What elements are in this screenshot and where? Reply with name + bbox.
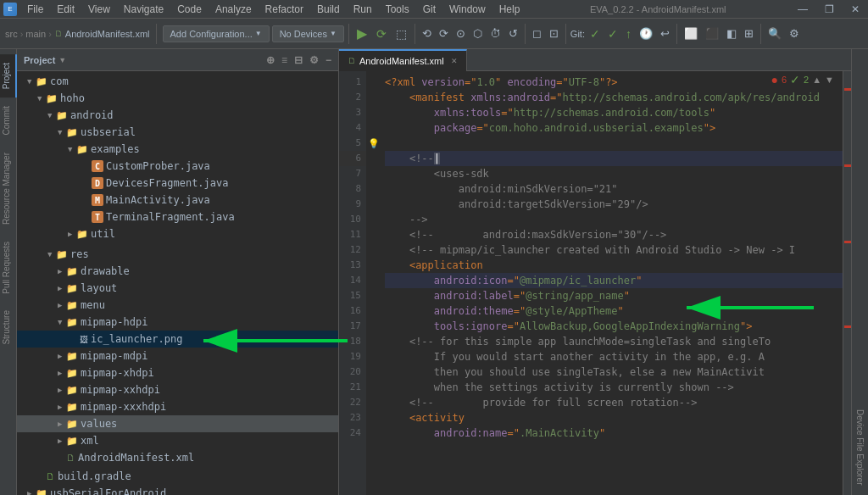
code-line-19: If you would start another activity in t… (385, 349, 843, 364)
tab-close-icon[interactable]: ✕ (451, 57, 458, 65)
git-check-button[interactable]: ◻ (530, 25, 544, 42)
code-line-11: <!-- android:maxSdkVersion="30"/--> (385, 227, 843, 242)
git-undo-btn[interactable]: ↩ (658, 25, 672, 42)
tree-item-mipmap-xhdpi[interactable]: ▶ 📁 mipmap-xhdpi (17, 364, 338, 381)
breadcrumb-sep2: › (48, 29, 52, 39)
tree-item-mipmap-xxxhdpi[interactable]: ▶ 📁 mipmap-xxxhdpi (17, 398, 338, 415)
git-push-button[interactable]: ⊡ (547, 25, 561, 42)
code-content[interactable]: <?xml version="1.0" encoding="UTF-8"?> <… (381, 71, 843, 495)
code-line-17: tools:ignore="AllowBackup,GoogleAppIndex… (385, 319, 843, 334)
active-tab[interactable]: 🗋 AndroidManifest.xml ✕ (339, 49, 467, 71)
error-stripe-bar[interactable] (843, 71, 851, 495)
toolbar-panel-1[interactable]: ⬜ (682, 25, 700, 42)
tree-item-devicesfragment[interactable]: D DevicesFragment.java (17, 175, 338, 192)
panel-close-icon[interactable]: − (326, 54, 331, 66)
tree-item-ic-launcher[interactable]: 🖼 ic_launcher.png (17, 331, 338, 348)
menu-run[interactable]: Run (347, 2, 379, 17)
right-sidebar: Device File Explorer (851, 49, 868, 495)
no-devices-button[interactable]: No Devices ▼ (272, 25, 344, 42)
add-configuration-button[interactable]: Add Configuration... ▼ (163, 25, 270, 42)
breadcrumb-src: src (5, 29, 18, 39)
project-panel-tab[interactable]: Project (0, 54, 17, 97)
tree-item-terminalfragment[interactable]: T TerminalFragment.java (17, 209, 338, 225)
tree-item-mipmap-mdpi[interactable]: ▶ 📁 mipmap-mdpi (17, 348, 338, 364)
run-button[interactable]: ▶ (353, 24, 370, 43)
toolbar-btn-3[interactable]: ⊙ (453, 25, 468, 42)
tree-item-hoho[interactable]: ▼ 📁 hoho (17, 90, 338, 107)
panel-gear-icon[interactable]: ⊕ (266, 54, 275, 66)
toolbar-btn-2[interactable]: ⟳ (437, 25, 451, 42)
toolbar-btn-1[interactable]: ⟲ (420, 25, 434, 42)
tree-item-examples[interactable]: ▼ 📁 examples (17, 141, 338, 158)
tree-item-util[interactable]: ▶ 📁 util (17, 225, 338, 242)
tree-item-android[interactable]: ▼ 📁 android (17, 107, 338, 124)
menu-window[interactable]: Window (442, 2, 492, 17)
menu-file[interactable]: File (20, 2, 50, 17)
tree-item-customprober[interactable]: C CustomProber.java (17, 158, 338, 175)
tree-item-values[interactable]: ▶ 📁 values (17, 415, 338, 432)
error-dot: ● (771, 73, 778, 86)
menu-tools[interactable]: Tools (379, 2, 416, 17)
arrow-up-nav[interactable]: ▲ (812, 75, 821, 85)
code-line-5 (385, 136, 843, 151)
toolbar-btn-5[interactable]: ⏱ (487, 25, 504, 42)
tree-item-buildgradle[interactable]: 🗋 build.gradle (17, 468, 338, 485)
debug-button[interactable]: ⟳ (373, 25, 390, 42)
panel-sort-icon[interactable]: ≡ (281, 54, 287, 66)
code-line-13: <application (385, 258, 843, 273)
commit-panel-tab[interactable]: Commit (0, 97, 17, 143)
git-checkmark-2[interactable]: ✓ (605, 25, 620, 42)
tree-item-drawable[interactable]: ▶ 📁 drawable (17, 263, 338, 280)
structure-tab[interactable]: Structure (0, 302, 17, 353)
tree-item-usbserialforandroid[interactable]: ▶ 📁 usbSerialForAndroid (17, 485, 338, 495)
active-tab-label: AndroidManifest.xml (359, 56, 444, 66)
git-checkmark-1[interactable]: ✓ (587, 25, 603, 42)
code-line-21: when the settings activity is currently … (385, 380, 843, 395)
menu-navigate[interactable]: Navigate (117, 2, 170, 17)
maximize-button[interactable]: ❐ (816, 0, 843, 19)
tree-item-xml[interactable]: ▶ 📁 xml (17, 432, 338, 449)
tree-item-mipmap-hdpi[interactable]: ▼ 📁 mipmap-hdpi (17, 314, 338, 331)
git-arrow-up[interactable]: ↑ (623, 25, 634, 42)
menu-analyze[interactable]: Analyze (209, 2, 259, 17)
tree-item-usbserial[interactable]: ▼ 📁 usbserial (17, 124, 338, 141)
gutter-icons: 💡 (366, 71, 381, 495)
toolbar-panel-4[interactable]: ⊞ (742, 25, 756, 42)
code-line-23: <activity (385, 410, 843, 425)
minimize-button[interactable]: — (789, 0, 816, 19)
menu-code[interactable]: Code (170, 2, 209, 17)
tree-item-androidmanifest-res[interactable]: 🗋 AndroidManifest.xml (17, 449, 338, 466)
tree-item-com[interactable]: ▼ 📁 com (17, 73, 338, 90)
close-button[interactable]: ✕ (843, 0, 868, 19)
menu-refactor[interactable]: Refactor (259, 2, 310, 17)
pull-requests-tab[interactable]: Pull Requests (0, 233, 17, 303)
menu-git[interactable]: Git (416, 2, 442, 17)
git-clock-btn[interactable]: 🕐 (637, 25, 655, 42)
project-label: Project (24, 55, 55, 65)
tree-item-layout[interactable]: ▶ 📁 layout (17, 280, 338, 297)
menu-edit[interactable]: Edit (50, 2, 81, 17)
tree-item-menu[interactable]: ▶ 📁 menu (17, 297, 338, 314)
panel-collapse-icon[interactable]: ⊟ (294, 54, 303, 66)
toolbar-btn-6[interactable]: ↺ (506, 25, 520, 42)
menu-view[interactable]: View (81, 2, 117, 17)
toolbar-btn-4[interactable]: ⬡ (470, 25, 485, 42)
resource-manager-tab[interactable]: Resource Manager (0, 144, 17, 233)
tree-item-res[interactable]: ▼ 📁 res (17, 246, 338, 263)
code-line-3: xmlns:tools="http://schemas.android.com/… (385, 105, 843, 120)
tree-item-mainactivity[interactable]: M MainActivity.java (17, 192, 338, 209)
arrow-down-nav[interactable]: ▼ (825, 75, 834, 85)
toolbar-panel-3[interactable]: ◧ (724, 25, 739, 42)
panel-settings-icon[interactable]: ⚙ (309, 54, 319, 66)
code-line-7: <uses-sdk (385, 166, 843, 181)
tree-item-mipmap-xxhdpi[interactable]: ▶ 📁 mipmap-xxhdpi (17, 381, 338, 398)
search-button[interactable]: 🔍 (765, 25, 784, 42)
stop-button[interactable]: ⬚ (392, 25, 410, 42)
panel-dropdown-arrow[interactable]: ▼ (58, 56, 66, 64)
toolbar-panel-2[interactable]: ⬛ (703, 25, 721, 42)
project-panel-header: Project ▼ ⊕ ≡ ⊟ ⚙ − (17, 49, 338, 71)
menu-help[interactable]: Help (492, 2, 527, 17)
menu-build[interactable]: Build (310, 2, 347, 17)
device-file-explorer-tab[interactable]: Device File Explorer (854, 403, 866, 492)
settings-gear-button[interactable]: ⚙ (787, 25, 802, 42)
